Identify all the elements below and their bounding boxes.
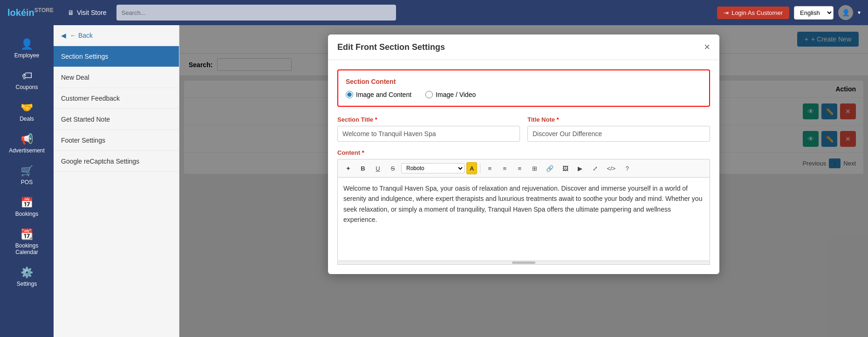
close-icon: × (704, 41, 710, 53)
toolbar-align-button[interactable]: ≡ (513, 162, 526, 174)
sidebar-item-footer-settings[interactable]: Footer Settings (54, 130, 179, 151)
modal-overlay: Edit Front Section Settings × Section Co… (179, 25, 868, 337)
radio-image-video[interactable]: Image / Video (425, 91, 476, 98)
bookings-calendar-icon: 📆 (21, 228, 33, 241)
sidebar-item-recaptcha[interactable]: Google reCaptcha Settings (54, 151, 179, 172)
logo-brand: lokéin (7, 7, 34, 18)
toolbar-ordered-list-button[interactable]: ≡ (498, 162, 511, 174)
title-note-label-text: Title Note (527, 116, 555, 123)
toolbar-fullscreen-button[interactable]: ⤢ (588, 162, 601, 174)
sidebar-item-label: Employee (14, 52, 39, 59)
modal-close-button[interactable]: × (704, 42, 710, 52)
language-select[interactable]: English Spanish French (794, 6, 834, 20)
sidebar-item-footer-settings-label: Footer Settings (61, 137, 105, 144)
sidebar: 👤 Employee 🏷 Coupons 🤝 Deals 📢 Advertise… (0, 25, 54, 337)
radio-image-video-input[interactable] (425, 91, 433, 98)
search-input[interactable] (121, 9, 391, 16)
monitor-icon: 🖥 (68, 9, 74, 16)
toolbar-code-button[interactable]: </> (603, 162, 619, 174)
modal-title: Edit Front Section Settings (337, 42, 445, 52)
visit-store-button[interactable]: 🖥 Visit Store (63, 6, 111, 19)
content-label: Content * (337, 149, 710, 156)
editor-content[interactable]: Welcome to Tranquil Haven Spa, your oasi… (337, 177, 710, 261)
sidebar-item-label: Bookings (15, 211, 38, 217)
sidebar-item-settings[interactable]: ⚙️ Settings (0, 261, 54, 293)
logo-store: STORE (34, 7, 54, 14)
toolbar-media-button[interactable]: ▶ (574, 162, 587, 174)
toolbar-strikethrough-button[interactable]: S (386, 162, 399, 174)
radio-image-video-label: Image / Video (436, 91, 476, 98)
content-editor-group: Content * ✦ B U S Roboto Arial Time (337, 149, 710, 265)
radio-group-section-content: Image and Content Image / Video (346, 91, 702, 98)
content-area: ◀ ← Back Section Settings New Deal Custo… (54, 25, 868, 337)
modal: Edit Front Section Settings × Section Co… (328, 34, 719, 274)
radio-image-content-label: Image and Content (356, 91, 411, 98)
toolbar-unordered-list-button[interactable]: ≡ (483, 162, 496, 174)
sidebar-item-section-settings[interactable]: Section Settings (54, 46, 179, 67)
toolbar-link-button[interactable]: 🔗 (543, 162, 557, 174)
login-as-customer-label: Login As Customer (731, 9, 783, 16)
title-note-input[interactable] (527, 126, 710, 142)
sidebar-item-get-started-note[interactable]: Get Started Note (54, 109, 179, 130)
toolbar-bold-button[interactable]: B (356, 162, 369, 174)
section-title-label-text: Section Title (337, 116, 373, 123)
sidebar-item-new-deal[interactable]: New Deal (54, 67, 179, 88)
toolbar-table-button[interactable]: ⊞ (528, 162, 541, 174)
content-label-text: Content (337, 149, 360, 156)
chevron-down-icon: ▾ (858, 9, 861, 16)
visit-store-label: Visit Store (77, 9, 107, 16)
top-nav: lokéinSTORE 🖥 Visit Store ⇥ Login As Cus… (0, 0, 868, 25)
radio-image-content[interactable]: Image and Content (346, 91, 411, 98)
sidebar-item-deals[interactable]: 🤝 Deals (0, 96, 54, 128)
title-note-label: Title Note * (527, 116, 710, 123)
sidebar-item-customer-feedback-label: Customer Feedback (61, 95, 120, 102)
sidebar-item-label: Settings (17, 281, 37, 287)
section-title-input[interactable] (337, 126, 520, 142)
sidebar-item-pos[interactable]: 🛒 POS (0, 159, 54, 191)
toolbar-highlight-button[interactable]: A (466, 162, 477, 174)
section-title-label: Section Title * (337, 116, 520, 123)
editor-scrollbar (337, 261, 710, 265)
sidebar-item-get-started-note-label: Get Started Note (61, 116, 110, 123)
login-as-customer-button[interactable]: ⇥ Login As Customer (717, 7, 789, 19)
left-panel: ◀ ← Back Section Settings New Deal Custo… (54, 25, 179, 337)
section-content-label: Section Content (346, 78, 702, 85)
sidebar-item-bookings[interactable]: 📅 Bookings (0, 191, 54, 223)
nav-right: ⇥ Login As Customer English Spanish Fren… (717, 5, 861, 20)
toolbar-separator (480, 164, 480, 173)
sidebar-item-advertisement[interactable]: 📢 Advertisement (0, 128, 54, 159)
back-arrow-icon: ◀ (61, 32, 66, 39)
modal-body: Section Content Image and Content Image … (328, 60, 719, 274)
sidebar-item-coupons[interactable]: 🏷 Coupons (0, 64, 54, 96)
editor-content-text: Welcome to Tranquil Haven Spa, your oasi… (343, 185, 702, 223)
sidebar-item-label: Bookings Calendar (4, 242, 50, 255)
advertisement-icon: 📢 (21, 133, 33, 145)
sidebar-item-customer-feedback[interactable]: Customer Feedback (54, 88, 179, 109)
sidebar-item-label: Coupons (15, 84, 38, 90)
back-button[interactable]: ◀ ← Back (54, 25, 179, 46)
search-bar (116, 5, 396, 21)
sidebar-item-label: Deals (20, 116, 34, 122)
bookings-icon: 📅 (21, 197, 33, 209)
form-group-section-title: Section Title * (337, 116, 520, 142)
main-layout: 👤 Employee 🏷 Coupons 🤝 Deals 📢 Advertise… (0, 25, 868, 337)
back-label: ← Back (70, 32, 93, 39)
sidebar-item-label: POS (21, 179, 33, 186)
editor-toolbar: ✦ B U S Roboto Arial Times New Roman A (337, 159, 710, 177)
sidebar-item-employee[interactable]: 👤 Employee (0, 33, 54, 64)
employee-icon: 👤 (21, 38, 33, 50)
form-group-title-note: Title Note * (527, 116, 710, 142)
sidebar-item-bookings-calendar[interactable]: 📆 Bookings Calendar (0, 223, 54, 261)
deals-icon: 🤝 (21, 102, 33, 114)
toolbar-font-select[interactable]: Roboto Arial Times New Roman (401, 163, 465, 173)
radio-image-content-input[interactable] (346, 91, 353, 98)
scrollbar-thumb (512, 261, 535, 264)
sidebar-item-label: Advertisement (9, 147, 45, 154)
login-icon: ⇥ (724, 9, 729, 16)
toolbar-image-button[interactable]: 🖼 (559, 162, 572, 174)
settings-icon: ⚙️ (21, 267, 33, 279)
coupon-icon: 🏷 (22, 70, 32, 82)
toolbar-magic-button[interactable]: ✦ (342, 162, 355, 174)
toolbar-underline-button[interactable]: U (371, 162, 384, 174)
toolbar-help-button[interactable]: ? (621, 162, 634, 174)
